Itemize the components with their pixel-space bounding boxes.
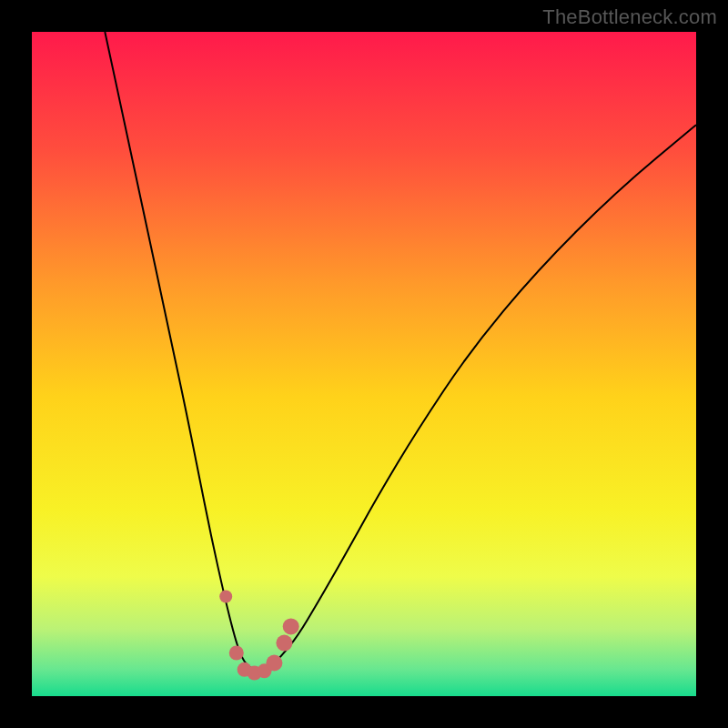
plot-area: [32, 32, 696, 696]
marker-point: [219, 591, 232, 603]
watermark-text: TheBottleneck.com: [542, 5, 717, 29]
gradient-background: [32, 32, 696, 696]
marker-point: [229, 646, 244, 661]
plot-clip: [32, 32, 696, 696]
chart-stage: TheBottleneck.com: [0, 0, 728, 728]
marker-point: [283, 618, 299, 634]
marker-point: [266, 655, 282, 672]
marker-point: [276, 635, 292, 652]
